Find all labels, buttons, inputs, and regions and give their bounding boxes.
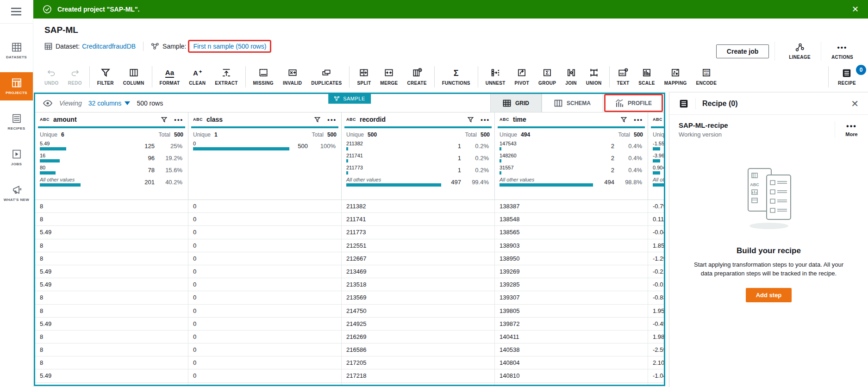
cell-class[interactable]: 0: [188, 278, 342, 291]
banner-close-icon[interactable]: ✕: [852, 5, 859, 13]
cell-time[interactable]: 140937: [495, 383, 648, 385]
lineage-button[interactable]: LINEAGE: [781, 42, 819, 61]
histogram-row[interactable]: 21138210.2%: [346, 140, 490, 152]
hamburger-menu-icon[interactable]: [11, 7, 33, 16]
functions-button[interactable]: Σ FUNCTIONS: [437, 62, 475, 92]
cell-v[interactable]: 1.955: [648, 305, 664, 317]
cell-v[interactable]: -0.45: [648, 318, 664, 330]
cell-v[interactable]: -0.04: [648, 226, 664, 238]
cell-v[interactable]: -0.21: [648, 265, 664, 278]
recipe-toggle-button[interactable]: 0 RECIPE: [829, 68, 868, 86]
column-menu-icon[interactable]: •••: [327, 116, 337, 123]
table-row[interactable]: 8 0 213569 139307 -0.83: [35, 291, 664, 304]
cell-class[interactable]: 0: [188, 213, 342, 225]
cell-class[interactable]: 0: [188, 239, 342, 252]
cell-time[interactable]: 140411: [495, 331, 648, 343]
table-row[interactable]: 8 0 212551 138903 1.858: [35, 239, 664, 252]
cell-class[interactable]: 0: [188, 291, 342, 304]
cell-class[interactable]: 0: [188, 343, 342, 356]
union-button[interactable]: UNION: [581, 62, 606, 92]
missing-button[interactable]: MISSING: [249, 62, 278, 92]
cell-recordid[interactable]: 217205: [342, 356, 495, 369]
clean-button[interactable]: A✦ CLEAN: [184, 62, 210, 92]
cell-time[interactable]: 140810: [495, 369, 648, 382]
cell-recordid[interactable]: 214750: [342, 305, 495, 317]
column-filter-icon[interactable]: [467, 116, 474, 123]
cell-recordid[interactable]: 216586: [342, 343, 495, 356]
recipe-more-button[interactable]: ••• More: [835, 121, 868, 138]
join-button[interactable]: JOIN: [561, 62, 581, 92]
cell-time[interactable]: 139307: [495, 291, 648, 304]
cell-class[interactable]: 0: [188, 318, 342, 330]
cell-recordid[interactable]: 212551: [342, 239, 495, 252]
cell-v[interactable]: -0.83: [648, 291, 664, 304]
cell-v[interactable]: -1.04: [648, 369, 664, 382]
group-button[interactable]: Σ GROUP: [534, 62, 561, 92]
cell-amount[interactable]: 8: [35, 331, 188, 343]
sidebar-item-recipes[interactable]: RECIPES: [0, 108, 33, 136]
histogram-row[interactable]: All other values49498.8%: [500, 176, 643, 188]
cell-class[interactable]: 0: [188, 200, 342, 212]
cell-amount[interactable]: 8: [35, 239, 188, 252]
encode-button[interactable]: 010101 ENCODE: [692, 62, 722, 92]
histogram-row[interactable]: 21177310.2%: [346, 164, 490, 176]
histogram-row[interactable]: 14826020.4%: [500, 152, 643, 164]
extract-button[interactable]: EXTRACT: [210, 62, 242, 92]
cell-amount[interactable]: 5.49: [35, 369, 188, 382]
histogram-row[interactable]: 169619.2%: [40, 152, 183, 164]
cell-recordid[interactable]: 211773: [342, 226, 495, 238]
cell-v[interactable]: 0.111: [648, 213, 664, 225]
table-row[interactable]: 5.49 0 211773 138565 -0.04: [35, 226, 664, 239]
cell-time[interactable]: 138387: [495, 200, 648, 212]
column-filter-icon[interactable]: [161, 116, 168, 123]
cell-v[interactable]: 2.101: [648, 356, 664, 369]
cell-v[interactable]: -2.59: [648, 343, 664, 356]
sidebar-item-datasets[interactable]: DATASETS: [0, 37, 33, 65]
cell-amount[interactable]: 8: [35, 252, 188, 265]
cell-recordid[interactable]: 212667: [342, 252, 495, 265]
cell-recordid[interactable]: 211382: [342, 200, 495, 212]
cell-time[interactable]: 140804: [495, 356, 648, 369]
text-button[interactable]: ABC TEXT: [612, 62, 634, 92]
merge-button[interactable]: MERGE: [375, 62, 402, 92]
cell-recordid[interactable]: 217218: [342, 369, 495, 382]
invalid-button[interactable]: INVALID: [278, 62, 306, 92]
histogram-row[interactable]: -3.9658: [653, 152, 664, 164]
table-row[interactable]: 5.49 0 214925 139872 -0.45: [35, 318, 664, 331]
filter-button[interactable]: FILTER: [93, 62, 119, 92]
cell-amount[interactable]: 5.49: [35, 383, 188, 385]
cell-time[interactable]: 138903: [495, 239, 648, 252]
cell-amount[interactable]: 5.49: [35, 226, 188, 238]
actions-button[interactable]: ••• ACTIONS: [823, 42, 862, 61]
close-icon[interactable]: ✕: [851, 99, 859, 108]
cell-class[interactable]: 0: [188, 305, 342, 317]
cell-amount[interactable]: 8: [35, 356, 188, 369]
sidebar-item-projects[interactable]: PROJECTS: [0, 72, 33, 100]
mapping-button[interactable]: MAPPING: [660, 62, 692, 92]
cell-recordid[interactable]: 217307: [342, 383, 495, 385]
cell-v[interactable]: 1.982: [648, 331, 664, 343]
scale-button[interactable]: SCALE: [634, 62, 659, 92]
cell-class[interactable]: 0: [188, 356, 342, 369]
cell-time[interactable]: 139285: [495, 278, 648, 291]
cell-class[interactable]: 0: [188, 331, 342, 343]
cell-recordid[interactable]: 214925: [342, 318, 495, 330]
table-row[interactable]: 8 0 214750 139805 1.955: [35, 305, 664, 318]
cell-v[interactable]: 1.858: [648, 239, 664, 252]
split-button[interactable]: SPLIT: [352, 62, 375, 92]
cell-v[interactable]: -0.07: [648, 383, 664, 385]
cell-amount[interactable]: 8: [35, 291, 188, 304]
cell-recordid[interactable]: 213518: [342, 278, 495, 291]
table-row[interactable]: 8 0 211741 138548 0.111: [35, 213, 664, 226]
histogram-row[interactable]: 807815.6%: [40, 164, 183, 176]
table-row[interactable]: 8 0 212667 138950 -1.29: [35, 252, 664, 265]
histogram-row[interactable]: All other values49799.4%: [346, 176, 490, 188]
cell-amount[interactable]: 5.49: [35, 265, 188, 278]
table-row[interactable]: 5.49 0 213518 139285 -0.01: [35, 278, 664, 291]
cell-time[interactable]: 139269: [495, 265, 648, 278]
histogram-row[interactable]: 3155720.4%: [500, 164, 643, 176]
column-filter-icon[interactable]: [314, 116, 321, 123]
cell-v[interactable]: -1.29: [648, 252, 664, 265]
histogram-row[interactable]: 5.4912525%: [40, 140, 183, 152]
cell-v[interactable]: -0.79: [648, 200, 664, 212]
